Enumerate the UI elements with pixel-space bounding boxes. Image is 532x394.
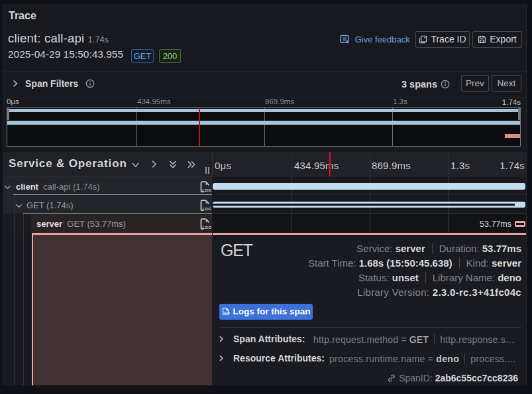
svg-text:LOG: LOG [202,225,211,230]
svg-text:LOG: LOG [202,188,211,192]
svg-text:LOG: LOG [202,206,211,211]
svg-text:LOG: LOG [224,311,231,314]
